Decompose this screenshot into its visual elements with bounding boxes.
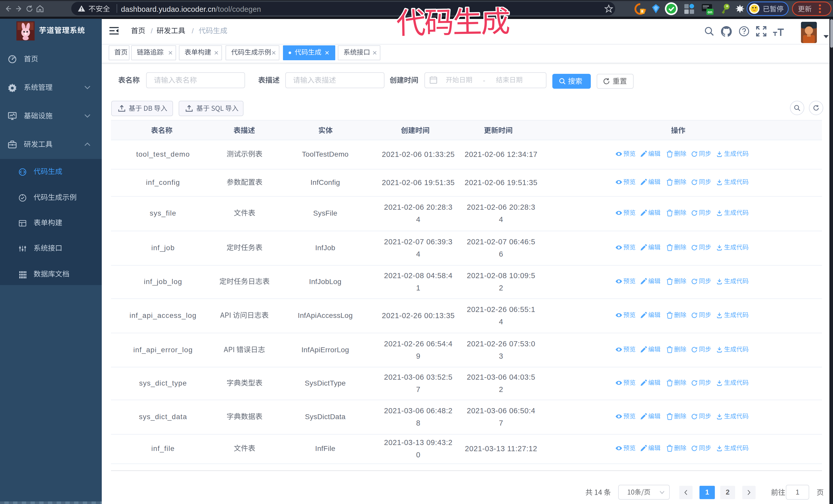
svg-text:on: on [708,10,712,14]
